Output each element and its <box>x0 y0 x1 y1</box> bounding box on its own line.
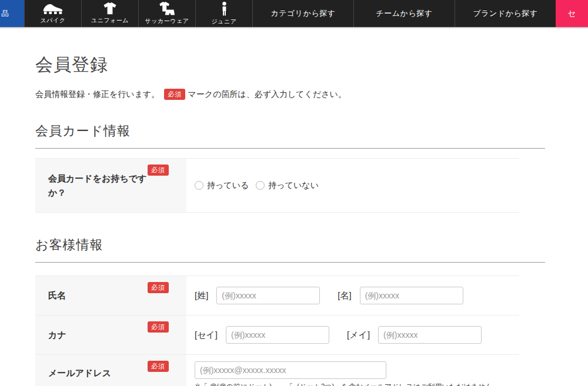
nav-item-search-by-team[interactable]: チームから探す <box>353 0 455 27</box>
last-name-kana-input[interactable] <box>226 326 329 344</box>
nav-tab-sale-partial[interactable]: セ <box>556 0 588 27</box>
form-row-member-card: 会員カードをお持ちですか？ 必須 持っている 持っていない <box>35 158 519 213</box>
nav-item-junior-label: ジュニア <box>212 18 237 26</box>
nav-item-soccer-wear[interactable]: サッカーウェア <box>138 0 195 27</box>
last-name-field-group: [姓] <box>195 287 320 304</box>
top-navigation: 品 スパイク ユニフォーム サッカーウェア <box>0 0 588 28</box>
nav-item-spikes-label: スパイク <box>41 16 66 25</box>
first-name-field-label: [名] <box>338 290 351 301</box>
name-label: 氏名 <box>48 288 66 303</box>
last-name-kana-field-group: [セイ] <box>195 326 329 344</box>
nav-item-soccer-wear-label: サッカーウェア <box>145 17 189 25</box>
required-badge: 必須 <box>148 282 169 293</box>
nav-tab-sale-label: セ <box>567 8 576 19</box>
junior-person-icon <box>221 2 228 16</box>
kana-label-cell: カナ 必須 <box>35 315 186 354</box>
first-name-kana-field-group: [メイ] <box>347 326 482 344</box>
section-title-member-card: 会員カード情報 <box>35 123 545 149</box>
customer-info-form: 氏名 必須 [姓] [名] カナ 必須 [セイ] <box>35 276 519 386</box>
page-title: 会員登録 <box>35 55 545 75</box>
radio-button-no-card[interactable] <box>256 181 265 190</box>
radio-button-have-card[interactable] <box>195 181 203 190</box>
required-badge: 必須 <box>148 321 169 333</box>
first-name-field-group: [名] <box>338 287 463 304</box>
radio-option-no-card[interactable]: 持っていない <box>256 180 319 191</box>
nav-item-uniform[interactable]: ユニフォーム <box>81 0 138 27</box>
intro-text-after: マークの箇所は、必ず入力してください。 <box>188 89 346 100</box>
radio-option-have-card[interactable]: 持っている <box>195 180 249 191</box>
first-name-kana-input[interactable] <box>378 326 482 344</box>
member-card-question-label: 会員カードをお持ちですか？ <box>48 172 152 200</box>
nav-item-search-by-category-label: カテゴリから探す <box>270 8 335 19</box>
name-fields: [姓] [名] <box>186 276 519 315</box>
radio-label-have-card: 持っている <box>207 180 249 191</box>
member-card-question-label-cell: 会員カードをお持ちですか？ 必須 <box>35 159 186 212</box>
last-name-kana-field-label: [セイ] <box>195 330 218 341</box>
first-name-input[interactable] <box>360 287 463 304</box>
form-row-name: 氏名 必須 [姓] [名] <box>35 276 519 315</box>
email-input[interactable] <box>195 361 386 379</box>
nav-item-search-by-brand-label: ブランドから探す <box>473 8 537 19</box>
intro-text-before: 会員情報登録・修正を行います。 <box>35 89 159 100</box>
nav-item-search-by-brand[interactable]: ブランドから探す <box>455 0 556 27</box>
nav-item-search-by-category[interactable]: カテゴリから探す <box>252 0 353 27</box>
main-content: 会員登録 会員情報登録・修正を行います。 必須 マークの箇所は、必ず入力してくだ… <box>0 55 588 386</box>
uniform-shirt-icon <box>102 2 118 15</box>
nav-item-spikes[interactable]: スパイク <box>24 0 81 27</box>
nav-tab-left-partial[interactable]: 品 <box>0 0 24 27</box>
required-badge: 必須 <box>148 361 169 372</box>
first-name-kana-field-label: [メイ] <box>347 330 370 341</box>
email-label: メールアドレス <box>48 366 111 380</box>
member-card-form: 会員カードをお持ちですか？ 必須 持っている 持っていない <box>35 158 519 213</box>
member-card-radio-group: 持っている 持っていない <box>195 180 326 191</box>
last-name-field-label: [姓] <box>195 290 208 301</box>
kana-label: カナ <box>48 328 66 342</box>
email-field-area: ※「.@(@の前にドット)」、「..(ドット2つ)」を含むメールアドレスはご利用… <box>186 355 519 386</box>
member-card-question-options: 持っている 持っていない <box>186 159 519 212</box>
kana-fields: [セイ] [メイ] <box>186 315 519 354</box>
nav-item-search-by-team-label: チームから探す <box>376 8 432 19</box>
name-label-cell: 氏名 必須 <box>35 276 186 315</box>
last-name-input[interactable] <box>216 287 320 304</box>
cleat-icon <box>42 2 64 15</box>
section-title-customer-info: お客様情報 <box>35 237 545 263</box>
form-row-email: メールアドレス 必須 ※「.@(@の前にドット)」、「..(ドット2つ)」を含む… <box>35 354 519 386</box>
nav-item-uniform-label: ユニフォーム <box>91 16 129 25</box>
email-label-cell: メールアドレス 必須 <box>35 355 186 386</box>
nav-tab-left-label: 品 <box>1 8 9 19</box>
soccer-wear-icon <box>158 2 176 15</box>
intro-text: 会員情報登録・修正を行います。 必須 マークの箇所は、必ず入力してください。 <box>35 89 545 100</box>
nav-item-junior[interactable]: ジュニア <box>195 0 252 27</box>
required-badge: 必須 <box>164 89 185 100</box>
form-row-kana: カナ 必須 [セイ] [メイ] <box>35 315 519 354</box>
radio-label-no-card: 持っていない <box>268 180 319 191</box>
required-badge: 必須 <box>148 165 169 176</box>
email-note: ※「.@(@の前にドット)」、「..(ドット2つ)」を含むメールアドレスはご利用… <box>195 382 499 386</box>
